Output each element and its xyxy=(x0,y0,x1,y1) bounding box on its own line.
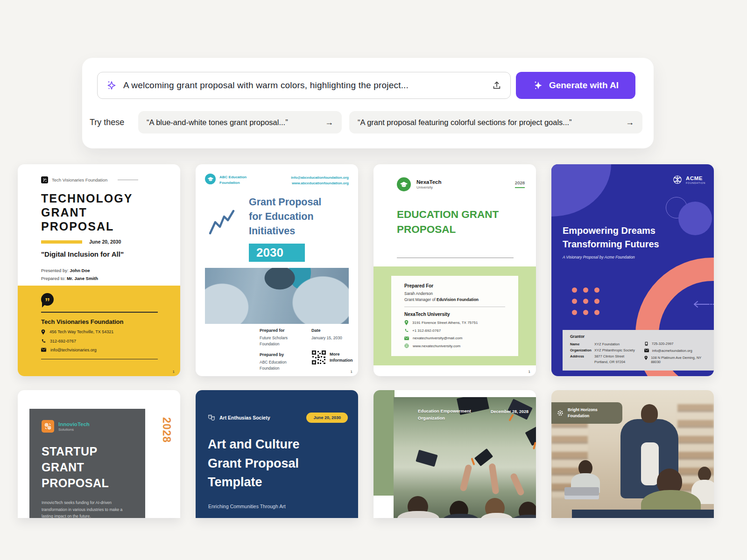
innoviotech-logo-icon xyxy=(42,420,54,433)
brand-subtitle: Solutions xyxy=(58,427,90,432)
template-subtitle: A Visionary Proposal by Acme Foundation xyxy=(563,255,635,259)
grantor-name-row: NameXYZ Foundation xyxy=(570,342,636,348)
prompt-panel: A welcoming grant proposal with warm col… xyxy=(82,58,654,148)
brand-subtitle: FOUNDATION xyxy=(686,182,705,184)
page-number: 1 xyxy=(351,370,352,374)
presented-by-row: Presented by: John Doe xyxy=(41,267,98,275)
template-title: STARTUP GRANT PROPOSAL xyxy=(42,444,134,491)
template-gallery-page: { "page": { "background": "#f5f4f1" }, "… xyxy=(0,0,747,560)
divider xyxy=(397,258,514,258)
grantor-panel: Grantor NameXYZ Foundation OrganizationX… xyxy=(563,330,714,371)
phone-icon xyxy=(41,339,46,343)
sparkle-icon xyxy=(533,80,544,91)
divider xyxy=(404,307,505,307)
footer-band: Prepared For Sarah Anderson Grant Manage… xyxy=(374,266,536,365)
envelope-icon xyxy=(644,349,649,352)
prepared-for-role: Grant Manager of EduVision Foundation xyxy=(404,297,505,302)
organization-name: NexaTech University xyxy=(404,312,505,317)
footer-contact-block: Tech Visionaries Foundation 456 Tech Way… xyxy=(18,286,180,376)
decorative-quarter-circle xyxy=(551,164,611,217)
tech-visionaries-logo-icon xyxy=(41,176,48,183)
arrow-right-icon: → xyxy=(325,118,333,127)
suggestion-2-text: “A grant proposal featuring colorful sec… xyxy=(358,118,572,127)
divider xyxy=(41,359,158,359)
template-card-education-empowerment[interactable]: Education Empowerment Organization Decem… xyxy=(374,390,536,518)
date-badge: June 20, 2030 xyxy=(306,413,348,423)
brand-name: ABC Education Foundation xyxy=(219,174,247,186)
qr-code-icon xyxy=(311,350,326,365)
template-title: Grant Proposal for Education Initiatives xyxy=(249,195,321,239)
email-row: info@techvisionaries.org xyxy=(41,348,157,352)
template-subtitle: Enriching Communities Through Art xyxy=(208,504,286,509)
more-info-label: More Information xyxy=(330,351,353,363)
decorative-dot-grid xyxy=(572,287,599,315)
date-block: DateJanuary 15, 2030 xyxy=(311,328,342,341)
template-card-startup-grant[interactable]: InnovioTech Solutions STARTUP GRANT PROP… xyxy=(18,390,180,518)
globe-icon xyxy=(404,343,409,348)
upload-icon[interactable] xyxy=(492,80,502,91)
graduation-cap-icon xyxy=(397,177,411,191)
website-row: www.nexatechuniversity.com xyxy=(404,343,505,348)
generate-button-label: Generate with AI xyxy=(549,80,619,91)
suggestion-pill-1[interactable]: “A blue-and-white tones grant proposal..… xyxy=(138,111,342,133)
envelope-icon xyxy=(41,348,46,352)
prepared-to-row: Prepared to: Mr. Jane Smith xyxy=(41,275,98,283)
template-card-education-grant[interactable]: NexaTech University 2028 EDUCATION GRANT… xyxy=(374,164,536,376)
template-title: Empowering Dreams Transforming Futures xyxy=(563,224,659,251)
template-card-technology-grant[interactable]: Tech Visionaries Foundation TECHNOLOGY G… xyxy=(18,164,180,376)
cover-panel: InnovioTech Solutions STARTUP GRANT PROP… xyxy=(29,409,145,518)
brand-name: ACME xyxy=(686,175,705,181)
line-chart-icon xyxy=(208,207,237,237)
year-badge: 2030 xyxy=(249,244,305,262)
brand-banner: Bright Horizons Foundation xyxy=(551,402,622,424)
brand-name: Tech Visionaries Foundation xyxy=(52,177,107,182)
template-card-empowering-dreams[interactable]: ACME FOUNDATION Empowering Dreams Transf… xyxy=(551,164,714,376)
template-date: June 20, 2030 xyxy=(89,239,121,245)
phone-row: 312-692-0767 xyxy=(41,339,157,343)
template-card-education-initiatives[interactable]: ABC Education Foundation info@abceducati… xyxy=(196,164,358,376)
generate-with-ai-button[interactable]: Generate with AI xyxy=(516,72,635,99)
decorative-circle xyxy=(678,202,712,235)
location-pin-icon xyxy=(41,329,45,335)
grantor-organization-row: OrganizationXYZ Philanthropic Society xyxy=(570,348,636,354)
address-row: 456 Tech Way Techville, TX 54321 xyxy=(41,329,157,335)
phone-icon xyxy=(644,342,648,346)
prompt-input-value: A welcoming grant proposal with warm col… xyxy=(123,80,486,91)
template-card-art-culture[interactable]: Art Enthusias Society June 20, 2030 Art … xyxy=(196,390,358,518)
decorative-side-band xyxy=(374,390,395,496)
laptop xyxy=(564,487,599,499)
date-overlay: December 28, 2028 xyxy=(491,409,529,414)
prepared-for-label: Prepared For xyxy=(404,283,505,288)
phone-row: 725-320-2997 xyxy=(644,342,707,346)
header-contact-info: info@abceducationfoundation.org www.abce… xyxy=(291,175,349,186)
try-these-label: Try these xyxy=(90,111,124,133)
suggestion-pill-2[interactable]: “A grant proposal featuring colorful sec… xyxy=(349,111,642,133)
brand-subtitle: University xyxy=(416,185,441,189)
footer-org-name: Tech Visionaries Foundation xyxy=(41,318,157,325)
divider xyxy=(118,180,138,180)
page-number: 1 xyxy=(529,370,530,374)
prepared-for-name: Sarah Anderson xyxy=(404,291,505,296)
sparkle-icon xyxy=(106,80,117,91)
quote-bubble-icon xyxy=(41,293,54,306)
template-title: Art and Culture Grant Proposal Template xyxy=(208,435,300,492)
phone-icon xyxy=(404,329,409,333)
gear-icon xyxy=(557,410,564,416)
brand-name: NexaTech xyxy=(416,179,441,185)
location-pin-icon xyxy=(644,356,648,360)
grantor-address-row: Address3877 Clinton Street Portland, OR … xyxy=(570,354,636,366)
brand-name: Art Enthusias Society xyxy=(219,415,270,420)
year-label-vertical: 2028 xyxy=(160,414,173,447)
left-arrow-icon xyxy=(690,301,714,308)
email-row: info@acmefoundation.org xyxy=(644,349,707,353)
template-card-bright-horizons[interactable]: Bright Horizons Foundation xyxy=(551,390,714,518)
accent-bar xyxy=(41,240,82,244)
graduation-cap-icon xyxy=(205,174,216,184)
address-row: 3191 Florence Street Athens, TX 75751 xyxy=(404,320,505,325)
prepared-by-block: Prepared byABC Education Foundation xyxy=(260,352,287,371)
template-description: InnovioTech seeks funding for AI-driven … xyxy=(42,499,133,518)
more-information-block: More Information xyxy=(311,350,353,365)
brand-name: InnovioTech xyxy=(58,421,90,427)
laptop-bar xyxy=(572,510,714,518)
prompt-input[interactable]: A welcoming grant proposal with warm col… xyxy=(97,72,511,99)
